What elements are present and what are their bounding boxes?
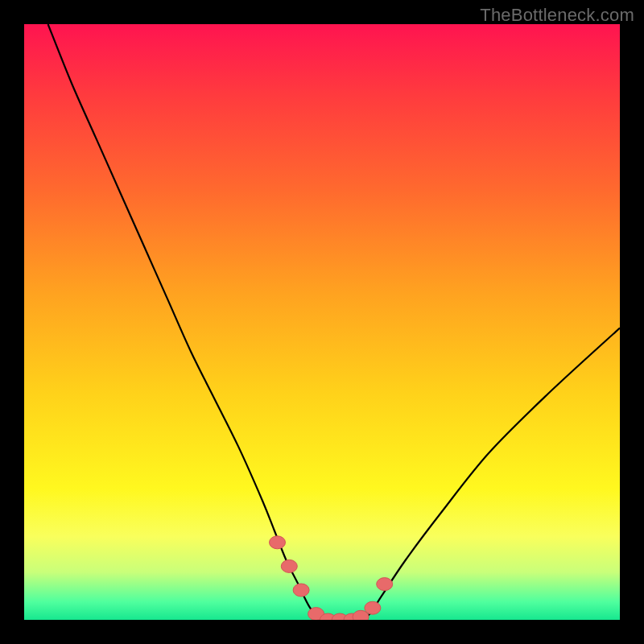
highlighted-point bbox=[270, 536, 286, 549]
plot-area bbox=[24, 24, 620, 620]
highlighted-point bbox=[293, 584, 309, 597]
bottleneck-curve bbox=[48, 24, 620, 620]
chart-frame: TheBottleneck.com bbox=[0, 0, 644, 644]
highlighted-points-group bbox=[270, 536, 393, 620]
highlighted-point bbox=[377, 578, 393, 591]
highlighted-point bbox=[281, 559, 297, 572]
chart-svg bbox=[24, 24, 620, 620]
highlighted-point bbox=[365, 601, 381, 614]
watermark-text: TheBottleneck.com bbox=[480, 5, 634, 26]
